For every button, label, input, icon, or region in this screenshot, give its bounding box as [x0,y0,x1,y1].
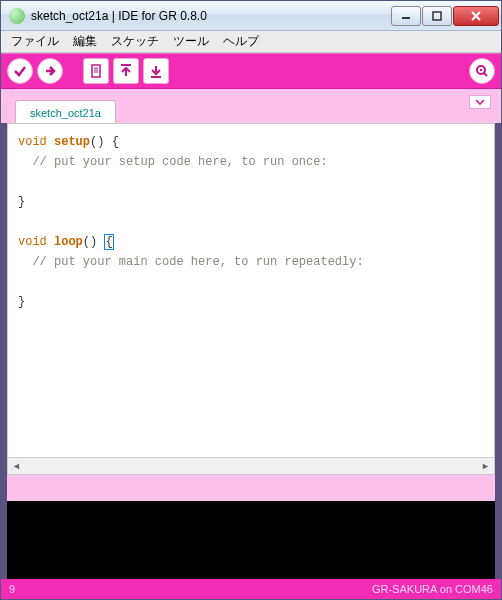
tabstrip: sketch_oct21a [1,89,501,123]
menu-edit[interactable]: 編集 [67,31,103,52]
serial-monitor-button[interactable] [469,58,495,84]
maximize-button[interactable] [422,6,452,26]
horizontal-scrollbar[interactable]: ◄ ► [8,457,494,474]
code-text: () [83,235,105,249]
arrow-up-icon [119,64,133,78]
keyword: void [18,135,47,149]
new-button[interactable] [83,58,109,84]
close-icon [470,11,482,21]
scroll-right-button[interactable]: ► [477,459,494,474]
comment: // put your main code here, to run repea… [32,255,363,269]
svg-line-11 [484,73,487,76]
verify-button[interactable] [7,58,33,84]
console-output[interactable] [7,501,495,579]
menu-sketch[interactable]: スケッチ [105,31,165,52]
open-button[interactable] [113,58,139,84]
save-button[interactable] [143,58,169,84]
cursor-bracket: { [104,234,113,250]
svg-rect-4 [92,65,100,77]
menubar: ファイル 編集 スケッチ ツール ヘルプ [1,31,501,53]
toolbar [1,53,501,89]
statusbar: 9 GR-SAKURA on COM46 [1,579,501,599]
function-name: loop [54,235,83,249]
code-text: () { [90,135,119,149]
window-title: sketch_oct21a | IDE for GR 0.8.0 [31,9,391,23]
function-name: setup [54,135,90,149]
close-button[interactable] [453,6,499,26]
code-text: } [18,195,25,209]
comment: // put your setup code here, to run once… [32,155,327,169]
tab-menu-button[interactable] [469,95,491,109]
menu-tools[interactable]: ツール [167,31,215,52]
status-line-number: 9 [9,583,15,595]
svg-rect-1 [433,12,441,20]
app-icon [9,8,25,24]
menu-help[interactable]: ヘルプ [217,31,265,52]
minimize-button[interactable] [391,6,421,26]
chevron-down-icon [475,99,485,105]
window-controls [391,6,499,26]
svg-point-12 [480,69,482,71]
minimize-icon [401,11,411,21]
tab-sketch[interactable]: sketch_oct21a [15,100,116,124]
arrow-down-icon [149,64,163,78]
code-text: } [18,295,25,309]
ide-window: sketch_oct21a | IDE for GR 0.8.0 ファイル 編集… [0,0,502,600]
arrow-right-icon [43,64,57,78]
file-icon [89,64,103,78]
code-editor[interactable]: void setup() { // put your setup code he… [8,124,494,457]
maximize-icon [432,11,442,21]
check-icon [13,64,27,78]
keyword: void [18,235,47,249]
titlebar[interactable]: sketch_oct21a | IDE for GR 0.8.0 [1,1,501,31]
upload-button[interactable] [37,58,63,84]
message-divider[interactable] [7,475,495,501]
editor-pane: void setup() { // put your setup code he… [7,123,495,475]
scroll-left-button[interactable]: ◄ [8,459,25,474]
menu-file[interactable]: ファイル [5,31,65,52]
serial-icon [475,64,489,78]
status-board: GR-SAKURA on COM46 [372,583,493,595]
